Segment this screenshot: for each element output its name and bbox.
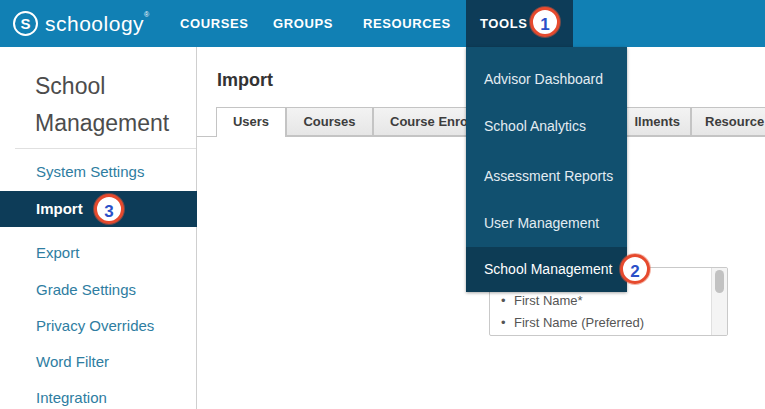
callout-badge-3: 3 <box>94 194 124 224</box>
tab-resources[interactable]: Resource <box>691 107 765 136</box>
tools-dropdown-menu: Advisor Dashboard School Analytics Asses… <box>466 47 627 292</box>
listbox-scrollbar[interactable] <box>711 268 727 335</box>
sidebar-item-export[interactable]: Export <box>36 244 79 262</box>
menu-item-school-management[interactable]: School Management <box>466 247 627 292</box>
menu-item-user-management[interactable]: User Management <box>484 216 599 230</box>
nav-item-resources[interactable]: RESOURCES <box>363 0 451 47</box>
schoology-logo[interactable]: S schoology® <box>13 0 150 47</box>
callout-badge-2: 2 <box>620 254 650 284</box>
sidebar-item-system-settings[interactable]: System Settings <box>36 163 144 181</box>
menu-item-assessment-reports[interactable]: Assessment Reports <box>484 169 613 183</box>
sidebar: School Management System Settings Import… <box>0 47 197 409</box>
tab-users[interactable]: Users <box>216 107 286 137</box>
nav-item-groups[interactable]: GROUPS <box>273 0 333 47</box>
sidebar-divider <box>15 148 196 149</box>
sidebar-item-grade-settings[interactable]: Grade Settings <box>36 281 136 299</box>
sidebar-title: School Management <box>35 68 185 142</box>
menu-item-school-management-label: School Management <box>484 247 612 292</box>
nav-item-tools[interactable]: TOOLS <box>480 0 528 47</box>
menu-item-advisor-dashboard[interactable]: Advisor Dashboard <box>484 72 603 86</box>
registered-mark: ® <box>144 11 150 18</box>
scrollbar-thumb[interactable] <box>715 270 724 293</box>
sidebar-item-privacy-overrides[interactable]: Privacy Overrides <box>36 317 154 335</box>
top-nav-bar: S schoology® COURSES GROUPS RESOURCES TO… <box>0 0 765 47</box>
tab-courses[interactable]: Courses <box>286 107 373 136</box>
field-item: First Name (Preferred) <box>490 312 727 334</box>
menu-item-school-analytics[interactable]: School Analytics <box>484 119 586 133</box>
sidebar-item-word-filter[interactable]: Word Filter <box>36 353 109 371</box>
nav-item-courses[interactable]: COURSES <box>180 0 249 47</box>
schoology-logo-icon: S <box>13 11 38 36</box>
brand-text: schoology <box>45 12 144 35</box>
page-title: Import <box>217 70 273 91</box>
field-item: First Name* <box>490 290 727 312</box>
sidebar-item-import-label: Import <box>36 191 83 227</box>
sidebar-item-integration[interactable]: Integration <box>36 389 107 407</box>
app-window: Import Users Courses Course Enro llments… <box>0 0 765 409</box>
brand-name: schoology® <box>45 11 150 36</box>
callout-badge-1: 1 <box>530 7 560 37</box>
